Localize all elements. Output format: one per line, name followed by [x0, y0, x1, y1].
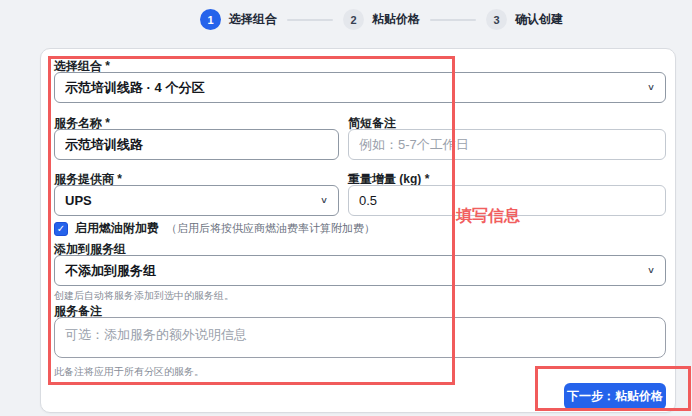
step-1-label: 选择组合 — [229, 11, 277, 28]
combo-select[interactable]: 示范培训线路 · 4 个分区 ∨ — [54, 72, 666, 103]
step-3-label: 确认创建 — [515, 11, 563, 28]
provider-select[interactable]: UPS ∨ — [54, 185, 339, 216]
service-remark-textarea[interactable] — [54, 317, 666, 358]
chevron-down-icon: ∨ — [320, 196, 328, 205]
step-2-circle: 2 — [343, 9, 364, 30]
chevron-down-icon: ∨ — [647, 83, 655, 92]
step-2-label: 粘贴价格 — [372, 11, 420, 28]
service-form-card: 选择组合 * 示范培训线路 · 4 个分区 ∨ 服务名称 * 简短备注 服务提供… — [40, 48, 676, 413]
create-service-wizard-page: 1 选择组合 2 粘贴价格 3 确认创建 选择组合 * 示范培训线路 · 4 个… — [0, 0, 692, 416]
next-step-button[interactable]: 下一步：粘贴价格 — [564, 383, 666, 410]
service-name-input[interactable] — [54, 129, 339, 160]
fuel-surcharge-label: 启用燃油附加费 — [75, 220, 159, 237]
weight-increment-input[interactable] — [348, 185, 666, 216]
step-confirm-create: 3 确认创建 — [486, 9, 563, 30]
step-connector — [430, 19, 476, 21]
short-note-input[interactable] — [348, 129, 666, 160]
step-connector — [287, 19, 333, 21]
service-group-select-value: 不添加到服务组 — [65, 262, 647, 280]
step-3-circle: 3 — [486, 9, 507, 30]
combo-select-value: 示范培训线路 · 4 个分区 — [65, 79, 647, 97]
service-remark-hint: 此备注将应用于所有分区的服务。 — [54, 365, 204, 379]
step-1-circle: 1 — [200, 9, 221, 30]
fuel-surcharge-hint: （启用后将按供应商燃油费率计算附加费） — [166, 221, 375, 236]
chevron-down-icon: ∨ — [647, 266, 655, 275]
check-icon: ✓ — [57, 223, 65, 234]
wizard-stepper: 1 选择组合 2 粘贴价格 3 确认创建 — [200, 9, 563, 30]
service-group-hint: 创建后自动将服务添加到选中的服务组。 — [54, 289, 234, 303]
step-paste-prices: 2 粘贴价格 — [343, 9, 420, 30]
step-select-combo: 1 选择组合 — [200, 9, 277, 30]
service-group-select[interactable]: 不添加到服务组 ∨ — [54, 255, 666, 286]
fuel-surcharge-checkbox[interactable]: ✓ — [54, 222, 68, 236]
provider-select-value: UPS — [65, 193, 320, 208]
